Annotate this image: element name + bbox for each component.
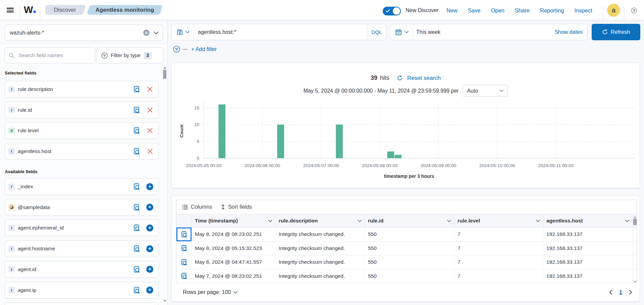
- scrollbar-up-arrow[interactable]: [633, 216, 637, 218]
- add-field-icon[interactable]: +: [146, 224, 153, 232]
- reset-refresh-icon[interactable]: [397, 75, 402, 81]
- tab-agentless-monitoring[interactable]: Agentless monitoring: [88, 5, 161, 15]
- cell-rule-description[interactable]: Integrity checksum changed.: [276, 269, 365, 283]
- inspect-field-icon[interactable]: [133, 86, 140, 93]
- saved-queries-button[interactable]: [172, 24, 194, 40]
- cell-rule-level[interactable]: 7: [454, 269, 543, 283]
- cell-rule-level[interactable]: 7: [454, 227, 543, 241]
- menu-link-share[interactable]: Share: [515, 7, 530, 14]
- avatar[interactable]: a: [607, 4, 620, 17]
- inspect-field-icon[interactable]: [133, 287, 140, 294]
- menu-link-open[interactable]: Open: [491, 7, 504, 14]
- cell-time[interactable]: May 8, 2024 @ 08:23:02.251: [192, 227, 276, 241]
- cell-rule-id[interactable]: 550: [365, 227, 454, 241]
- field-item[interactable]: t agent.id +: [5, 261, 159, 278]
- inspect-field-icon[interactable]: [133, 204, 140, 211]
- inspect-field-icon[interactable]: [133, 106, 140, 114]
- chevron-down-icon[interactable]: [536, 220, 540, 222]
- tab-discover[interactable]: Discover: [45, 5, 85, 15]
- cell-rule-description[interactable]: Integrity checksum changed.: [276, 255, 365, 269]
- cell-rule-id[interactable]: 550: [365, 242, 454, 255]
- help-icon[interactable]: ?: [631, 8, 637, 13]
- header-rule-level[interactable]: rule.level: [454, 214, 543, 227]
- sidebar-scrollbar[interactable]: [163, 70, 166, 79]
- reset-search-button[interactable]: Reset search: [407, 75, 441, 82]
- remove-field-icon[interactable]: [147, 86, 153, 92]
- header-agentless-host[interactable]: agentless.host: [543, 214, 633, 227]
- wazuh-logo[interactable]: W: [24, 4, 36, 15]
- inspect-field-icon[interactable]: [133, 266, 140, 273]
- menu-link-reporting[interactable]: Reporting: [540, 7, 564, 14]
- index-pattern-select[interactable]: wazuh-alerts-*: [5, 24, 163, 41]
- field-item[interactable]: t agent.hostname +: [5, 240, 159, 257]
- page-number[interactable]: 1: [619, 289, 622, 296]
- field-item[interactable]: t agentless.host: [5, 143, 159, 160]
- add-field-icon[interactable]: +: [146, 245, 153, 252]
- inspect-field-icon[interactable]: [133, 245, 140, 252]
- field-item[interactable]: @sampledata +: [5, 199, 159, 216]
- header-rule-id[interactable]: rule.id: [365, 214, 454, 227]
- columns-button[interactable]: Columns: [182, 204, 212, 210]
- field-item[interactable]: t agent.ephemeral_id +: [5, 219, 159, 236]
- show-dates-button[interactable]: Show dates: [554, 29, 587, 35]
- filter-by-type-button[interactable]: Filter by type 3: [97, 47, 163, 63]
- search-field-names-input[interactable]: Search field names: [4, 47, 95, 63]
- add-field-icon[interactable]: +: [146, 266, 153, 273]
- query-language-button[interactable]: DQL: [367, 24, 386, 40]
- scrollbar-down-arrow[interactable]: [633, 281, 637, 283]
- next-page-icon[interactable]: [629, 290, 632, 295]
- refresh-button[interactable]: Refresh: [592, 24, 640, 40]
- header-time[interactable]: Time (timestamp): [192, 214, 276, 227]
- chevron-down-icon[interactable]: [268, 220, 272, 222]
- inspect-field-icon[interactable]: [133, 224, 140, 232]
- clear-index-icon[interactable]: [143, 30, 150, 36]
- cell-agentless-host[interactable]: 192.168.33.137: [543, 255, 633, 269]
- scrollbar-down-arrow[interactable]: [163, 300, 167, 302]
- add-field-icon[interactable]: +: [146, 204, 153, 211]
- sort-fields-button[interactable]: Sort fields: [221, 204, 252, 210]
- field-item[interactable]: # rule.level: [5, 122, 159, 139]
- date-range-value[interactable]: This week: [413, 29, 554, 35]
- add-field-icon[interactable]: +: [146, 287, 153, 294]
- chevron-down-icon[interactable]: [625, 220, 629, 222]
- table-scrollbar[interactable]: [633, 219, 637, 225]
- new-discover-toggle[interactable]: [383, 7, 401, 15]
- inspect-field-icon[interactable]: [133, 183, 140, 190]
- remove-field-icon[interactable]: [147, 128, 153, 134]
- add-field-icon[interactable]: +: [146, 183, 153, 190]
- interval-select[interactable]: Auto: [463, 85, 508, 97]
- cell-rule-description[interactable]: Integrity checksum changed.: [276, 242, 365, 255]
- inspect-field-icon[interactable]: [133, 127, 140, 134]
- cell-agentless-host[interactable]: 192.168.33.137: [543, 269, 633, 283]
- field-item[interactable]: t agent.ip +: [5, 282, 159, 299]
- cell-rule-description[interactable]: Integrity checksum changed.: [276, 227, 365, 241]
- field-item[interactable]: t rule.id: [5, 102, 159, 118]
- rows-per-page-button[interactable]: Rows per page: 100: [183, 289, 237, 295]
- scrollbar-up-arrow[interactable]: [163, 67, 167, 69]
- menu-hamburger-icon[interactable]: [7, 8, 14, 12]
- remove-field-icon[interactable]: [147, 148, 153, 154]
- remove-field-icon[interactable]: [147, 107, 153, 113]
- inspect-document-icon[interactable]: [180, 259, 187, 266]
- cell-time[interactable]: May 8, 2024 @ 05:15:32.523: [192, 242, 276, 255]
- menu-link-save[interactable]: Save: [468, 7, 481, 14]
- cell-time[interactable]: May 8, 2024 @ 04:47:41.557: [192, 255, 276, 269]
- chevron-down-icon[interactable]: [358, 220, 362, 222]
- menu-link-new[interactable]: New: [446, 7, 458, 14]
- field-item[interactable]: [5, 302, 159, 305]
- field-item[interactable]: t rule.description: [5, 81, 159, 98]
- query-input[interactable]: agentless.host:*: [194, 29, 367, 35]
- cell-agentless-host[interactable]: 192.168.33.137: [543, 242, 633, 255]
- cell-rule-id[interactable]: 550: [365, 255, 454, 269]
- field-item[interactable]: t _index +: [5, 178, 159, 195]
- inspect-document-icon[interactable]: [180, 272, 187, 279]
- add-filter-button[interactable]: + Add filter: [191, 46, 217, 52]
- inspect-document-icon[interactable]: [180, 245, 187, 252]
- date-quick-select-button[interactable]: [390, 24, 413, 40]
- cell-rule-level[interactable]: 7: [454, 242, 543, 255]
- previous-page-icon[interactable]: [609, 290, 612, 295]
- menu-link-inspect[interactable]: Inspect: [575, 7, 592, 14]
- inspect-field-icon[interactable]: [133, 148, 140, 155]
- chevron-down-icon[interactable]: [447, 220, 451, 222]
- cell-rule-level[interactable]: 7: [454, 255, 543, 269]
